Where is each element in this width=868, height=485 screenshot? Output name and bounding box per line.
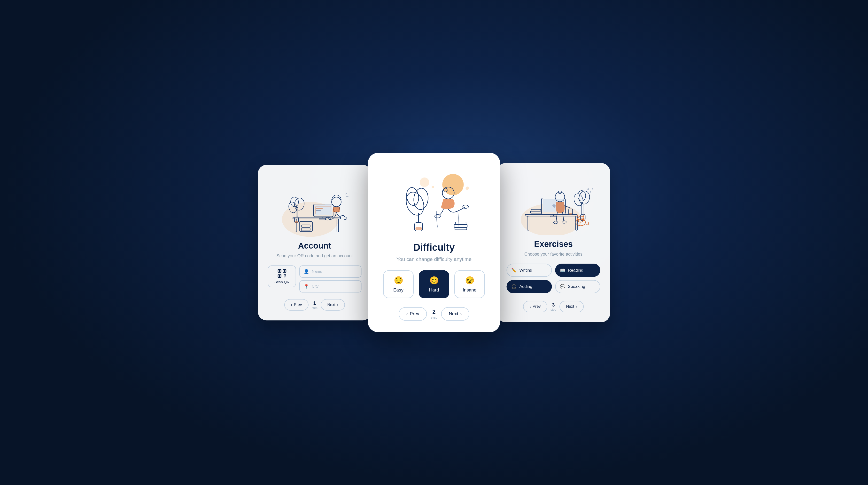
- svg-point-66: [578, 190, 591, 205]
- svg-rect-48: [455, 222, 466, 225]
- svg-point-65: [573, 193, 584, 207]
- auding-icon: 🎧: [511, 284, 517, 289]
- svg-rect-49: [455, 227, 467, 230]
- svg-rect-19: [295, 221, 298, 223]
- account-prev-label: Prev: [294, 303, 302, 307]
- exercises-prev-label: Prev: [533, 304, 540, 309]
- exercises-prev-button[interactable]: ‹ Prev: [523, 301, 547, 312]
- exercises-nav-row: ‹ Prev 3 step Next ›: [507, 301, 600, 312]
- location-icon: 📍: [304, 284, 309, 289]
- reading-icon: 📖: [560, 267, 565, 273]
- exercises-next-label: Next: [566, 304, 574, 309]
- hard-label: Hard: [429, 287, 439, 293]
- account-form-row: Scan QR 👤 Name 📍 City: [268, 265, 362, 292]
- difficulty-subtitle: You can change difficulty anytime: [397, 256, 472, 263]
- difficulty-next-label: Next: [449, 311, 458, 317]
- difficulty-step-indicator: 2 step: [431, 309, 437, 319]
- svg-rect-47: [454, 225, 467, 227]
- next-chevron-icon: ›: [337, 303, 338, 307]
- exercises-step-num: 3: [551, 302, 556, 308]
- difficulty-step-label: step: [431, 315, 437, 319]
- input-fields-group: 👤 Name 📍 City: [299, 265, 362, 292]
- insane-label: Insane: [463, 287, 476, 293]
- account-next-button[interactable]: Next ›: [321, 299, 345, 311]
- hard-icon: 😊: [429, 276, 439, 285]
- difficulty-next-button[interactable]: Next ›: [441, 307, 470, 321]
- reading-button[interactable]: 📖 Reading: [555, 264, 600, 277]
- prev-chevron-icon: ‹: [291, 303, 292, 307]
- account-card: Account Scan your QR code and get an acc…: [258, 165, 371, 320]
- auding-label: Auding: [520, 284, 532, 289]
- svg-rect-26: [284, 270, 285, 272]
- name-placeholder: Name: [312, 269, 322, 274]
- account-nav-row: ‹ Prev 1 step Next ›: [268, 299, 362, 311]
- difficulty-prev-button[interactable]: ‹ Prev: [399, 307, 427, 321]
- difficulty-illustration: [379, 166, 489, 237]
- exercises-subtitle: Choose your favorite activities: [524, 251, 583, 257]
- writing-button[interactable]: ✏️ Writing: [507, 264, 552, 277]
- svg-point-45: [435, 215, 440, 218]
- activities-grid: ✏️ Writing 📖 Reading 🎧 Auding 💬 Speaking: [507, 264, 600, 293]
- person-icon: 👤: [304, 269, 309, 274]
- svg-rect-28: [279, 275, 280, 277]
- easy-label: Easy: [393, 287, 403, 293]
- scan-qr-label: Scan QR: [274, 280, 289, 284]
- svg-rect-8: [315, 205, 332, 215]
- exercises-next-button[interactable]: Next ›: [559, 301, 584, 312]
- svg-point-77: [590, 191, 591, 192]
- exercises-card: Exercises Choose your favorite activitie…: [497, 163, 610, 322]
- easy-icon: 😌: [394, 276, 403, 285]
- account-prev-button[interactable]: ‹ Prev: [284, 299, 309, 311]
- exercises-step-label: step: [551, 308, 556, 311]
- scan-qr-button[interactable]: Scan QR: [268, 265, 296, 287]
- account-title: Account: [298, 241, 331, 251]
- account-step-label: step: [312, 306, 317, 309]
- svg-point-46: [463, 205, 469, 208]
- insane-icon: 😵: [465, 276, 474, 285]
- account-subtitle: Scan your QR code and get an account: [276, 253, 352, 259]
- insane-button[interactable]: 😵 Insane: [454, 270, 485, 298]
- reading-label: Reading: [568, 268, 583, 273]
- svg-point-38: [413, 188, 429, 210]
- diff-prev-chevron-icon: ‹: [406, 311, 408, 317]
- account-next-label: Next: [327, 303, 335, 307]
- diff-next-chevron-icon: ›: [460, 311, 462, 317]
- account-illustration: [268, 176, 362, 237]
- svg-point-36: [420, 177, 429, 187]
- svg-rect-11: [316, 210, 321, 211]
- cards-container: Account Scan your QR code and get an acc…: [245, 154, 623, 331]
- easy-button[interactable]: 😌 Easy: [383, 270, 414, 298]
- city-placeholder: City: [312, 284, 318, 289]
- writing-label: Writing: [520, 268, 532, 273]
- svg-rect-61: [569, 213, 572, 215]
- svg-point-78: [592, 188, 593, 189]
- difficulty-step-num: 2: [431, 309, 437, 315]
- speaking-icon: 💬: [560, 284, 565, 289]
- svg-point-76: [587, 188, 589, 190]
- city-input[interactable]: 📍 City: [299, 280, 362, 292]
- exercises-illustration: [507, 174, 600, 235]
- speaking-label: Speaking: [568, 284, 585, 289]
- writing-icon: ✏️: [511, 267, 517, 273]
- svg-rect-10: [316, 208, 322, 209]
- ex-prev-chevron-icon: ‹: [530, 304, 531, 309]
- svg-rect-24: [279, 270, 280, 272]
- difficulty-options-row: 😌 Easy 😊 Hard 😵 Insane: [379, 270, 489, 298]
- svg-rect-21: [333, 207, 340, 212]
- speaking-button[interactable]: 💬 Speaking: [555, 280, 600, 293]
- account-step-indicator: 1 step: [312, 300, 317, 309]
- account-step-num: 1: [312, 300, 317, 306]
- difficulty-title: Difficulty: [413, 242, 455, 253]
- difficulty-nav-row: ‹ Prev 2 step Next ›: [379, 307, 489, 321]
- difficulty-card: Difficulty You can change difficulty any…: [368, 153, 500, 332]
- svg-rect-42: [415, 227, 422, 230]
- svg-point-51: [465, 187, 469, 190]
- ex-next-chevron-icon: ›: [576, 304, 577, 309]
- hard-button[interactable]: 😊 Hard: [419, 270, 449, 298]
- exercises-title: Exercises: [534, 239, 573, 249]
- exercises-step-indicator: 3 step: [551, 302, 556, 311]
- auding-button[interactable]: 🎧 Auding: [507, 280, 552, 293]
- svg-point-50: [432, 186, 434, 188]
- svg-point-20: [332, 197, 341, 207]
- name-input[interactable]: 👤 Name: [299, 265, 362, 278]
